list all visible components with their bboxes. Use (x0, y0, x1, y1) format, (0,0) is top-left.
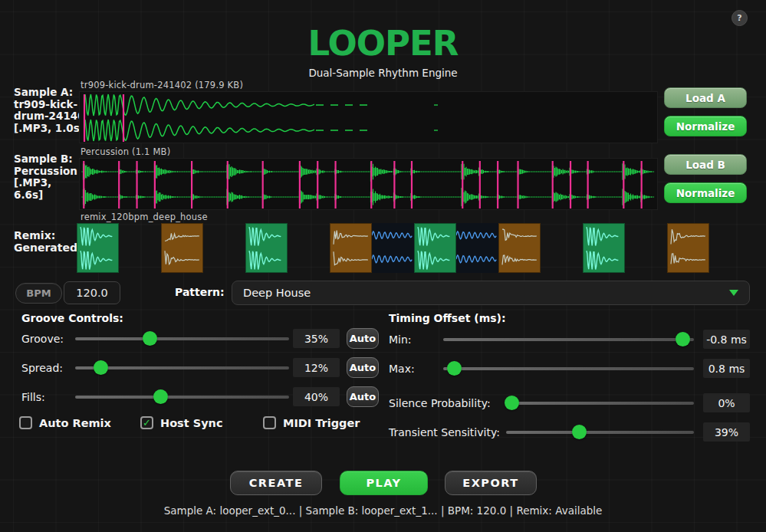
looper-app-window: ? LOOPER Dual-Sample Rhythm Engine Sampl… (0, 0, 766, 532)
remix-segment-perc[interactable] (498, 223, 541, 273)
sample-a-label: Sample A: tr909-kick- drum-241402 [.MP3,… (14, 87, 81, 134)
sample-b-waveform[interactable] (79, 158, 658, 210)
timing-max-value: 0.8 ms (703, 359, 750, 378)
timing-min-thumb[interactable] (676, 332, 690, 346)
normalize-a-button[interactable]: Normalize (664, 116, 747, 136)
remix-wave-title: remix_120bpm_deep_house (81, 212, 208, 222)
timing-min-track[interactable] (443, 338, 694, 341)
bpm-button[interactable]: BPM (15, 283, 62, 304)
remix-segment-kick[interactable] (77, 223, 119, 273)
remix-segment-perc[interactable] (667, 223, 709, 273)
remix-segment-perc[interactable] (161, 223, 203, 273)
remix-segment-gap (541, 223, 583, 273)
remix-segment-kick[interactable] (583, 223, 625, 273)
timing-min-label: Min: (389, 333, 412, 346)
transient-sensitivity-value: 39% (703, 422, 750, 442)
load-a-button[interactable]: Load A (664, 87, 747, 108)
remix-segment-blue[interactable] (456, 223, 498, 273)
play-button[interactable]: PLAY (340, 471, 428, 495)
sample-b-label: Sample B: Percussion [.MP3, 6.6s] (14, 153, 81, 201)
transient-sensitivity-track[interactable] (506, 431, 694, 434)
remix-segment-kick[interactable] (414, 223, 456, 273)
timing-max-label: Max: (389, 363, 415, 375)
load-b-button[interactable]: Load B (664, 154, 747, 175)
remix-label: Remix: Generated (14, 230, 81, 254)
create-button[interactable]: CREATE (230, 471, 322, 495)
remix-segment-blue[interactable] (372, 223, 414, 273)
remix-segment-kick[interactable] (245, 223, 288, 273)
silence-probability-thumb[interactable] (505, 396, 519, 410)
remix-segment-gap (119, 223, 161, 273)
transient-sensitivity-label: Transient Sensitivity: (389, 426, 500, 438)
timing-max-thumb[interactable] (447, 361, 462, 376)
groove-controls-heading: Groove Controls: (21, 312, 123, 324)
remix-segment-gap (288, 223, 330, 273)
silence-probability-label: Silence Probability: (389, 397, 491, 409)
bpm-input[interactable] (64, 281, 120, 304)
timing-offset-heading: Timing Offset (ms): (389, 312, 506, 324)
sample-b-wave-title: Percussion (1.1 MB) (81, 146, 170, 157)
app-title: LOOPER (0, 23, 766, 64)
transient-sensitivity-thumb[interactable] (572, 425, 587, 439)
pattern-label: Pattern: (175, 286, 225, 298)
silence-probability-value: 0% (703, 393, 750, 412)
remix-segment-perc[interactable] (330, 223, 372, 273)
export-button[interactable]: EXPORT (445, 471, 537, 495)
silence-probability-track[interactable] (506, 402, 694, 405)
app-subtitle: Dual-Sample Rhythm Engine (0, 67, 766, 79)
pattern-dropdown-value: Deep House (243, 287, 311, 299)
pattern-dropdown[interactable]: Deep House (232, 281, 750, 305)
remix-segment-gap (203, 223, 245, 273)
sample-a-wave-title: tr909-kick-drum-241402 (179.9 KB) (81, 80, 243, 90)
normalize-b-button[interactable]: Normalize (664, 182, 747, 203)
status-bar: Sample A: looper_ext_0... | Sample B: lo… (0, 504, 766, 517)
timing-min-value: -0.8 ms (703, 330, 750, 349)
sample-a-waveform[interactable] (79, 91, 658, 143)
timing-max-track[interactable] (443, 367, 694, 370)
remix-segment-gap (625, 223, 667, 273)
chevron-down-icon (729, 290, 738, 296)
